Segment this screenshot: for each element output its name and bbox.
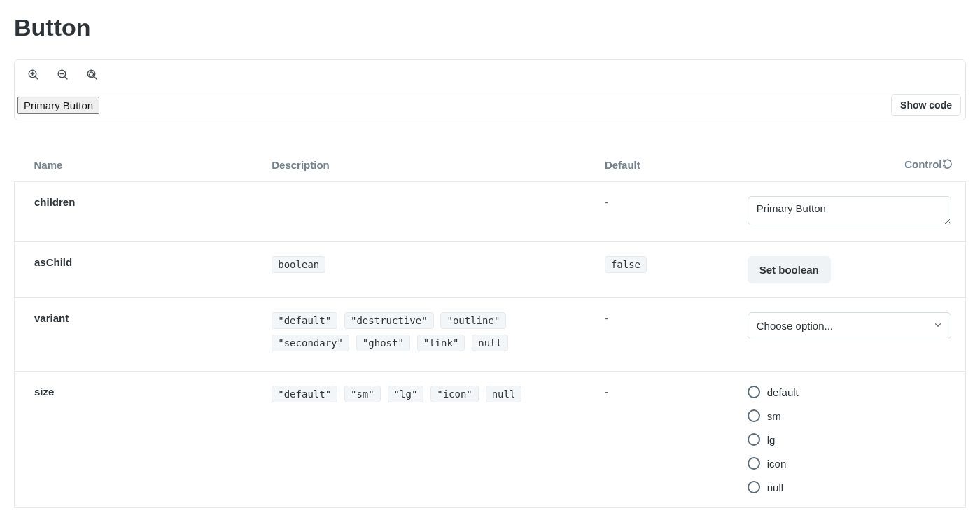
size-option-lg: "lg": [388, 386, 424, 402]
control-row-size: size "default" "sm" "lg" "icon" null - d…: [15, 372, 966, 508]
variant-option-default: "default": [272, 312, 337, 329]
variant-option-destructive: "destructive": [344, 312, 434, 329]
variant-option-secondary: "secondary": [272, 335, 349, 351]
size-radio-sm[interactable]: sm: [748, 410, 951, 422]
rendered-component-button[interactable]: Primary Button: [18, 97, 99, 114]
size-radio-null[interactable]: null: [748, 481, 951, 493]
svg-line-5: [64, 76, 67, 79]
size-radio-label-icon: icon: [767, 458, 787, 470]
variant-option-link: "link": [417, 335, 465, 351]
size-option-default: "default": [272, 386, 337, 402]
control-name-children: children: [15, 182, 253, 242]
variant-option-null: null: [472, 335, 508, 351]
control-default-variant: -: [585, 298, 728, 372]
size-radio-icon[interactable]: icon: [748, 457, 951, 470]
size-radio-label-sm: sm: [767, 410, 781, 422]
type-chip-boolean: boolean: [272, 256, 326, 273]
zoom-reset-icon[interactable]: [86, 69, 99, 81]
control-default-size: -: [585, 372, 728, 508]
show-code-button[interactable]: Show code: [891, 94, 961, 115]
size-radio-default[interactable]: default: [748, 386, 951, 398]
reset-controls-icon[interactable]: [942, 158, 953, 172]
variant-option-outline: "outline": [440, 312, 506, 329]
svg-line-8: [94, 76, 97, 79]
control-row-variant: variant "default" "destructive" "outline…: [15, 298, 966, 372]
control-desc-variant: "default" "destructive" "outline" "secon…: [252, 298, 585, 372]
default-chip-false: false: [605, 256, 647, 273]
control-name-variant: variant: [15, 298, 253, 372]
size-radio-lg[interactable]: lg: [748, 433, 951, 446]
radio-icon: [748, 386, 760, 398]
radio-icon: [748, 433, 760, 446]
preview-panel: Primary Button Show code: [14, 59, 966, 120]
column-header-control: Control: [728, 148, 966, 182]
size-radio-label-default: default: [767, 386, 799, 398]
children-input[interactable]: [748, 196, 951, 225]
size-radio-group: default sm lg icon: [748, 386, 951, 493]
control-default-aschild: false: [585, 242, 728, 298]
control-desc-children: [252, 182, 585, 242]
controls-table: Name Description Default Control childre…: [14, 148, 966, 508]
control-name-aschild: asChild: [15, 242, 253, 298]
svg-line-1: [35, 76, 38, 79]
control-desc-aschild: boolean: [252, 242, 585, 298]
size-option-icon: "icon": [430, 386, 479, 402]
column-header-name: Name: [15, 148, 253, 182]
size-radio-label-null: null: [767, 482, 783, 493]
preview-toolbar: [15, 60, 965, 90]
set-boolean-button[interactable]: Set boolean: [748, 256, 831, 284]
control-desc-size: "default" "sm" "lg" "icon" null: [252, 372, 585, 508]
control-default-children: -: [585, 182, 728, 242]
column-header-control-label: Control: [904, 158, 941, 170]
size-option-null: null: [486, 386, 522, 402]
size-option-sm: "sm": [344, 386, 381, 402]
radio-icon: [748, 410, 760, 422]
size-radio-label-lg: lg: [767, 434, 776, 446]
control-row-aschild: asChild boolean false Set boolean: [15, 242, 966, 298]
variant-option-ghost: "ghost": [356, 335, 410, 351]
zoom-in-icon[interactable]: [27, 69, 40, 81]
column-header-description: Description: [252, 148, 585, 182]
preview-stage: Primary Button Show code: [15, 90, 965, 120]
radio-icon: [748, 481, 760, 493]
controls-header-row: Name Description Default Control: [15, 148, 966, 182]
variant-select[interactable]: Choose option...: [748, 312, 951, 340]
zoom-out-icon[interactable]: [57, 69, 69, 81]
control-row-children: children -: [15, 182, 966, 242]
radio-icon: [748, 457, 760, 470]
page-title: Button: [14, 14, 966, 41]
control-name-size: size: [15, 372, 253, 508]
column-header-default: Default: [585, 148, 728, 182]
